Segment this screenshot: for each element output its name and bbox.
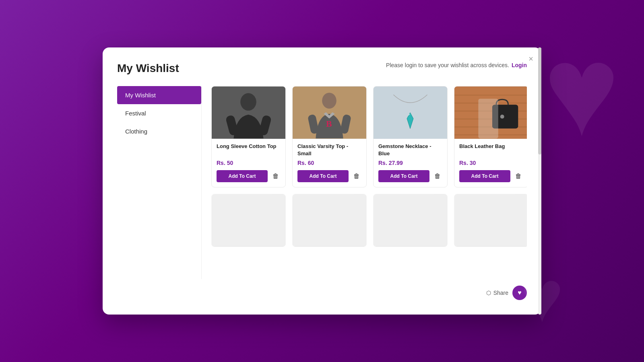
- delete-button-4[interactable]: 🗑: [514, 171, 523, 181]
- products-row-1: Long Sleeve Cotton Top Rs. 50 Add To Car…: [211, 86, 524, 187]
- trash-icon-1: 🗑: [272, 173, 279, 180]
- product-info-3: Gemstone Necklace - Blue Rs. 27.99 Add T…: [374, 139, 447, 187]
- login-link[interactable]: Login: [512, 62, 527, 68]
- sidebar-item-clothing[interactable]: Clothing: [117, 122, 201, 140]
- heart-fab-button[interactable]: ♥: [512, 286, 527, 300]
- login-prompt-area: Please login to save your wishlist acros…: [386, 62, 527, 68]
- products-scroll[interactable]: Long Sleeve Cotton Top Rs. 50 Add To Car…: [211, 86, 527, 279]
- delete-button-1[interactable]: 🗑: [271, 171, 281, 181]
- product-price-4: Rs. 30: [459, 160, 523, 166]
- product-actions-3: Add To Cart 🗑: [378, 170, 442, 182]
- product-price-1: Rs. 50: [217, 160, 281, 166]
- product-card-2: B Classic Varsity Top - Small Rs. 60 Add…: [292, 86, 367, 187]
- close-button[interactable]: ×: [528, 55, 533, 63]
- svg-rect-25: [374, 195, 447, 247]
- share-icon: ⬡: [486, 290, 491, 296]
- svg-point-5: [322, 93, 336, 109]
- sidebar-item-festival[interactable]: Festival: [117, 104, 201, 122]
- product-price-3: Rs. 27.99: [378, 160, 442, 166]
- add-to-cart-button-2[interactable]: Add To Cart: [297, 170, 349, 182]
- product-info-1: Long Sleeve Cotton Top Rs. 50 Add To Car…: [212, 139, 285, 187]
- product-image-3: [374, 86, 447, 139]
- trash-icon-4: 🗑: [515, 173, 522, 180]
- products-area: Long Sleeve Cotton Top Rs. 50 Add To Car…: [202, 86, 527, 279]
- trash-icon-2: 🗑: [353, 173, 360, 180]
- delete-button-2[interactable]: 🗑: [352, 171, 361, 181]
- trash-icon-3: 🗑: [434, 173, 441, 180]
- product-price-2: Rs. 60: [297, 160, 361, 166]
- product-name-4: Black Leather Bag: [459, 143, 523, 157]
- product-actions-4: Add To Cart 🗑: [459, 170, 523, 182]
- add-to-cart-button-1[interactable]: Add To Cart: [217, 170, 268, 182]
- product-info-2: Classic Varsity Top - Small Rs. 60 Add T…: [293, 139, 366, 187]
- modal-body: My Wishlist Festival Clothing: [117, 86, 527, 279]
- heart-icon: ♥: [518, 289, 522, 296]
- product-actions-2: Add To Cart 🗑: [297, 170, 361, 182]
- product-image-7: [374, 194, 447, 247]
- product-image-1: [212, 86, 285, 139]
- product-image-4: [454, 86, 527, 139]
- product-card-8: [454, 194, 527, 247]
- product-card-1: Long Sleeve Cotton Top Rs. 50 Add To Car…: [211, 86, 286, 187]
- share-button[interactable]: ⬡ Share: [486, 290, 508, 296]
- product-image-2: B: [293, 86, 366, 139]
- product-card-7: [373, 194, 448, 247]
- product-card-6: [292, 194, 367, 247]
- sidebar-item-my-wishlist[interactable]: My Wishlist: [117, 86, 201, 104]
- svg-rect-22: [478, 99, 498, 138]
- product-image-8: [454, 194, 527, 247]
- share-label: Share: [493, 290, 508, 296]
- modal-footer: ⬡ Share ♥: [117, 286, 527, 300]
- product-name-3: Gemstone Necklace - Blue: [378, 143, 442, 157]
- product-actions-1: Add To Cart 🗑: [217, 170, 281, 182]
- products-row-2: [211, 194, 524, 247]
- modal-header: My Wishlist Please login to save your wi…: [117, 62, 527, 75]
- svg-rect-26: [454, 195, 527, 247]
- product-image-5: [212, 194, 285, 247]
- svg-point-1: [240, 93, 256, 111]
- svg-rect-23: [212, 195, 285, 247]
- add-to-cart-button-4[interactable]: Add To Cart: [459, 170, 510, 182]
- sidebar: My Wishlist Festival Clothing: [117, 86, 202, 279]
- product-name-1: Long Sleeve Cotton Top: [217, 143, 281, 157]
- svg-point-21: [500, 115, 504, 119]
- add-to-cart-button-3[interactable]: Add To Cart: [378, 170, 429, 182]
- wishlist-modal: × My Wishlist Please login to save your …: [103, 47, 541, 315]
- svg-text:B: B: [326, 119, 332, 129]
- svg-rect-24: [293, 195, 366, 247]
- scrollbar-track[interactable]: [538, 47, 541, 315]
- product-card-5: [211, 194, 286, 247]
- delete-button-3[interactable]: 🗑: [433, 171, 442, 181]
- product-card-3: Gemstone Necklace - Blue Rs. 27.99 Add T…: [373, 86, 448, 187]
- product-info-4: Black Leather Bag Rs. 30 Add To Cart 🗑: [454, 139, 527, 187]
- scrollbar-thumb[interactable]: [538, 47, 541, 154]
- product-card-4: Black Leather Bag Rs. 30 Add To Cart 🗑: [454, 86, 527, 187]
- product-name-2: Classic Varsity Top - Small: [297, 143, 361, 157]
- modal-title: My Wishlist: [117, 62, 179, 75]
- svg-rect-14: [454, 95, 527, 95]
- login-prompt-text: Please login to save your wishlist acros…: [386, 62, 509, 68]
- product-image-6: [293, 194, 366, 247]
